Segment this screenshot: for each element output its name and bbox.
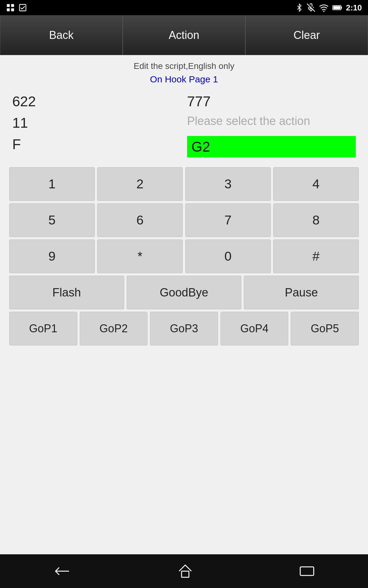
status-bar-right: 2:10 (296, 3, 362, 13)
main-content: Edit the script,English only On Hook Pag… (0, 55, 368, 554)
gop2-button[interactable]: GoP2 (80, 312, 148, 345)
gop1-button[interactable]: GoP1 (9, 312, 77, 345)
key-7[interactable]: 7 (185, 203, 271, 237)
g2-highlight: G2 (187, 136, 356, 157)
status-time: 2:10 (346, 3, 362, 13)
gop3-button[interactable]: GoP3 (150, 312, 218, 345)
nav-home-button[interactable] (178, 564, 193, 579)
keypad: 1 2 3 4 5 6 7 8 9 * 0 # (9, 167, 359, 273)
goodbye-button[interactable]: GoodBye (127, 276, 242, 309)
right-value-3: G2 (184, 134, 359, 160)
back-button[interactable]: Back (0, 15, 123, 55)
left-value-2: 11 (9, 112, 184, 134)
pause-button[interactable]: Pause (244, 276, 359, 309)
nav-back-button[interactable] (53, 565, 71, 577)
left-value-1: 622 (9, 91, 184, 112)
battery-icon (332, 5, 342, 11)
subtitle-text: Edit the script,English only (9, 61, 359, 71)
key-8[interactable]: 8 (273, 203, 359, 237)
svg-rect-12 (300, 567, 314, 575)
key-5[interactable]: 5 (9, 203, 95, 237)
svg-rect-4 (20, 5, 26, 11)
gop-row: GoP1 GoP2 GoP3 GoP4 GoP5 (9, 312, 359, 345)
key-4[interactable]: 4 (273, 167, 359, 201)
left-value-3: F (9, 134, 184, 160)
key-1[interactable]: 1 (9, 167, 95, 201)
key-hash[interactable]: # (273, 239, 359, 273)
status-bar-left (6, 3, 27, 12)
svg-point-7 (323, 11, 324, 12)
key-3[interactable]: 3 (185, 167, 271, 201)
svg-rect-11 (182, 571, 189, 577)
clear-button[interactable]: Clear (245, 15, 368, 55)
special-row: Flash GoodBye Pause (9, 276, 359, 309)
svg-rect-3 (11, 8, 14, 11)
right-value-2: Please select the action (184, 112, 359, 134)
key-0[interactable]: 0 (185, 239, 271, 273)
key-9[interactable]: 9 (9, 239, 95, 273)
checkbox-icon (18, 3, 27, 12)
wifi-icon (319, 3, 329, 12)
nav-bar (0, 554, 368, 588)
status-bar: 2:10 (0, 0, 368, 15)
svg-rect-9 (341, 7, 342, 9)
page-link[interactable]: On Hook Page 1 (9, 74, 359, 85)
svg-rect-0 (7, 4, 10, 7)
key-6[interactable]: 6 (97, 203, 183, 237)
key-2[interactable]: 2 (97, 167, 183, 201)
nav-recent-button[interactable] (299, 565, 315, 577)
bluetooth-icon (296, 3, 303, 12)
gop5-button[interactable]: GoP5 (291, 312, 359, 345)
action-button[interactable]: Action (123, 15, 245, 55)
mute-icon (307, 3, 315, 12)
grid-icon (6, 3, 15, 12)
svg-rect-2 (7, 8, 10, 11)
gop4-button[interactable]: GoP4 (220, 312, 289, 345)
flash-button[interactable]: Flash (9, 276, 124, 309)
right-value-1: 777 (184, 91, 359, 112)
svg-rect-1 (11, 4, 14, 7)
svg-rect-10 (333, 6, 340, 9)
info-grid: 622 777 11 Please select the action F G2 (9, 91, 359, 160)
toolbar: Back Action Clear (0, 15, 368, 55)
key-star[interactable]: * (97, 239, 183, 273)
